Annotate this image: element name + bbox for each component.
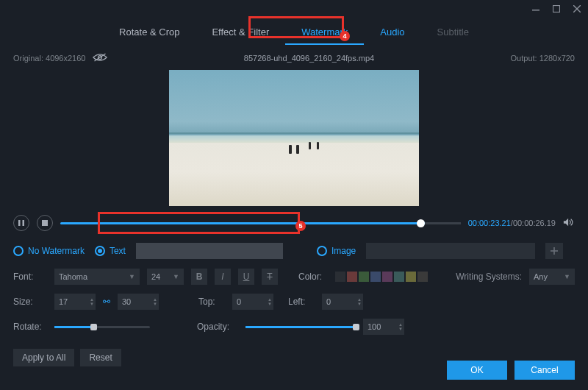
svg-rect-0 [532,10,539,11]
tab-bar: Rotate & Crop Effect & Filter Watermark … [0,21,588,45]
cancel-button[interactable]: Cancel [514,361,575,380]
ok-button[interactable]: OK [447,361,507,380]
svg-rect-7 [23,220,25,226]
rotate-slider[interactable] [54,326,150,328]
apply-to-all-button[interactable]: Apply to All [13,349,74,366]
current-time: 00:00:23.21 [468,219,511,227]
writing-systems-select[interactable]: Any▼ [529,269,575,285]
top-label: Top: [198,297,225,307]
radio-no-watermark[interactable]: No Watermark [13,246,85,256]
annotation-badge-4: 4 [340,31,350,41]
font-family-select[interactable]: Tahoma▼ [54,269,140,285]
close-icon[interactable] [572,4,582,14]
bold-button[interactable]: B [191,269,207,285]
meta-row: Original: 4096x2160 857268-uhd_4096_2160… [0,45,588,68]
writing-systems-label: Writing Systems: [456,272,522,282]
opacity-slider[interactable] [245,326,356,328]
radio-icon [95,246,105,256]
volume-icon[interactable] [563,217,575,230]
opacity-label: Opacity: [197,322,238,332]
video-preview-wrap [0,68,588,210]
watermark-type-row: No Watermark Text Image [0,235,588,265]
original-dimensions-label: Original: 4096x2160 [13,54,85,63]
svg-rect-8 [42,220,48,226]
radio-icon [13,246,24,256]
svg-rect-6 [18,220,21,226]
slider-knob[interactable] [90,324,97,330]
tab-audio[interactable]: Audio [364,21,420,45]
annotation-badge-5: 5 [295,221,306,231]
tab-rotate-crop[interactable]: Rotate & Crop [103,21,196,45]
total-time: 00:00:26.19 [513,219,556,227]
radio-image-label: Image [331,246,356,256]
size-width-spinner[interactable]: 17▲▼ [54,294,96,310]
titlebar [0,0,588,18]
pause-button[interactable] [13,215,29,231]
left-spinner[interactable]: 0▲▼ [322,294,363,310]
output-dimensions-label: Output: 1280x720 [511,54,575,63]
top-spinner[interactable]: 0▲▼ [232,294,273,310]
strikethrough-button[interactable]: T [262,269,278,285]
opacity-spinner[interactable]: 100▲▼ [363,319,404,335]
radio-no-watermark-label: No Watermark [28,246,85,256]
timeline-scrubber[interactable] [60,222,461,224]
chevron-down-icon: ▼ [173,273,179,280]
reset-button[interactable]: Reset [80,349,121,366]
slider-knob[interactable] [353,324,359,330]
timeline-knob[interactable] [417,219,425,227]
transport-bar: 00:00:23.21/00:00:26.19 [0,210,588,235]
tab-subtitle[interactable]: Subtitle [421,21,485,45]
radio-text[interactable]: Text [95,246,126,256]
stop-button[interactable] [37,215,53,231]
color-label: Color: [298,272,328,282]
radio-image[interactable]: Image [317,246,356,256]
rotate-label: Rotate: [13,322,47,332]
maximize-icon[interactable] [551,4,562,14]
watermark-text-input[interactable] [136,243,283,259]
italic-button[interactable]: I [215,269,231,285]
chevron-down-icon: ▼ [129,273,135,280]
tab-effect-filter[interactable]: Effect & Filter [196,21,285,45]
link-icon[interactable]: ⚯ [103,297,110,307]
font-size-select[interactable]: 24▼ [147,269,184,285]
add-image-button[interactable] [545,243,563,259]
radio-text-label: Text [110,246,126,256]
font-label: Font: [13,272,47,282]
video-preview[interactable] [169,70,419,206]
radio-icon [317,246,327,256]
watermark-image-field[interactable] [366,243,535,259]
left-label: Left: [288,297,315,307]
underline-button[interactable]: U [238,269,254,285]
visibility-toggle-icon[interactable] [93,52,107,64]
size-label: Size: [13,297,47,307]
watermark-controls: Font: Tahoma▼ 24▼ B I U T Color: Writing… [0,265,588,346]
minimize-icon[interactable] [531,4,541,14]
chevron-down-icon: ▼ [564,273,570,280]
svg-rect-1 [553,6,560,13]
filename-label: 857268-uhd_4096_2160_24fps.mp4 [107,54,510,63]
size-height-spinner[interactable]: 30▲▼ [118,294,159,310]
color-swatches[interactable] [335,272,428,282]
tab-watermark[interactable]: Watermark [285,21,364,45]
